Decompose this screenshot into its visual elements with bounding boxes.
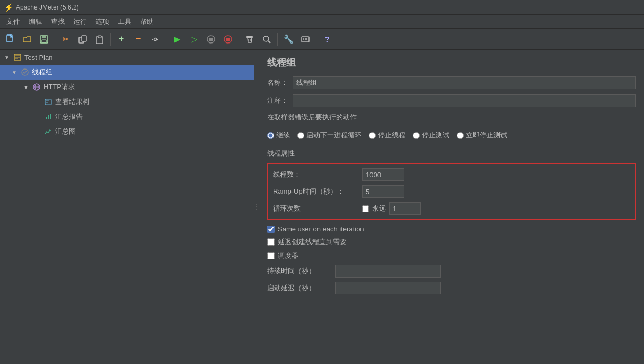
settings-button[interactable]	[147, 31, 163, 47]
add-button[interactable]: +	[113, 31, 129, 47]
same-user-row[interactable]: Same user on each iteration	[267, 225, 636, 233]
radio-stop-test-label[interactable]: 停止测试	[422, 131, 449, 140]
tree-item-summary-report[interactable]: ▷ 汇总报告	[0, 109, 254, 124]
svg-line-19	[268, 41, 270, 43]
http-request-label: HTTP请求	[43, 82, 75, 92]
clear-list-button[interactable]	[242, 31, 258, 47]
thread-group-label: 线程组	[32, 67, 52, 77]
svg-rect-12	[209, 38, 213, 41]
thread-count-input[interactable]	[362, 168, 404, 181]
save-button[interactable]	[36, 31, 52, 47]
tree-item-view-results[interactable]: ▷ 查看结果树	[0, 94, 254, 109]
thread-props-box: 线程数： Ramp-Up时间（秒）： 循环次数 永远	[267, 163, 636, 220]
open-button[interactable]	[19, 31, 35, 47]
error-action-label: 在取样器错误后要执行的动作	[267, 112, 636, 122]
menu-options[interactable]: 选项	[91, 16, 113, 28]
svg-rect-32	[45, 99, 51, 105]
menu-file[interactable]: 文件	[2, 16, 24, 28]
same-user-checkbox[interactable]	[267, 226, 275, 233]
radio-stop-test-now-label[interactable]: 立即停止测试	[466, 131, 507, 140]
forever-label[interactable]: 永远	[372, 204, 386, 213]
toolbar-separator-4	[239, 33, 239, 46]
copy-button[interactable]	[75, 31, 91, 47]
loop-row: 循环次数 永远	[273, 202, 630, 215]
search-remote-button[interactable]	[259, 31, 275, 47]
tree-item-test-plan[interactable]: ▼ Test Plan	[0, 50, 254, 65]
scheduler-checkbox[interactable]	[267, 252, 275, 259]
comment-label: 注释：	[267, 96, 288, 106]
help-button[interactable]: ?	[319, 31, 335, 47]
remove-button[interactable]: −	[130, 31, 146, 47]
scheduler-row[interactable]: 调度器	[267, 251, 636, 261]
expand-icon-test-plan: ▼	[4, 55, 12, 60]
menu-find[interactable]: 查找	[47, 16, 69, 28]
remote-button[interactable]	[297, 31, 313, 47]
http-request-icon	[32, 82, 41, 92]
error-action-group: 继续 启动下一进程循环 停止线程 停止测试 立即停止测试	[267, 127, 636, 143]
radio-stop-thread-label[interactable]: 停止线程	[378, 131, 405, 140]
rampup-input[interactable]	[362, 185, 404, 198]
forever-checkbox[interactable]	[362, 205, 369, 212]
same-user-label[interactable]: Same user on each iteration	[278, 225, 364, 233]
delay-thread-label[interactable]: 延迟创建线程直到需要	[278, 237, 347, 247]
duration-input[interactable]	[335, 265, 441, 278]
test-plan-icon	[13, 53, 22, 62]
svg-rect-35	[46, 117, 47, 119]
loop-label: 循环次数	[273, 204, 358, 213]
name-input[interactable]	[293, 76, 636, 89]
menu-help[interactable]: 帮助	[136, 16, 158, 28]
run-button[interactable]: ▶	[169, 31, 185, 47]
tree-item-summary-chart[interactable]: ▷ 汇总图	[0, 124, 254, 139]
toolbar-separator-1	[55, 33, 55, 46]
summary-report-icon	[43, 112, 53, 122]
summary-chart-label: 汇总图	[55, 127, 76, 136]
delay-thread-row[interactable]: 延迟创建线程直到需要	[267, 237, 636, 247]
tree-item-http-request[interactable]: ▼ HTTP请求	[0, 80, 254, 94]
test-plan-label: Test Plan	[24, 54, 52, 62]
toolbar-separator-3	[166, 33, 166, 46]
radio-start-next-loop[interactable]: 启动下一进程循环	[297, 131, 361, 140]
thread-props-label: 线程属性	[267, 149, 636, 158]
radio-start-next-loop-label[interactable]: 启动下一进程循环	[306, 131, 361, 140]
thread-count-label: 线程数：	[273, 170, 358, 179]
toolbar-separator-2	[110, 33, 111, 46]
toolbar-separator-5	[277, 33, 278, 46]
tree-item-thread-group[interactable]: ▼ 线程组	[0, 65, 254, 80]
new-button[interactable]	[2, 31, 18, 47]
toolbar: ✂ + − ▶ ▷ 🔧 ?	[0, 29, 644, 50]
radio-continue[interactable]: 继续	[267, 131, 290, 140]
run-all-button[interactable]: ▷	[186, 31, 202, 47]
browse-button[interactable]: 🔧	[280, 31, 296, 47]
cut-button[interactable]: ✂	[58, 31, 74, 47]
comment-row: 注释：	[267, 94, 636, 107]
thread-group-icon	[20, 67, 30, 77]
menu-bar: 文件 编辑 查找 运行 选项 工具 帮助	[0, 15, 644, 29]
name-label: 名称：	[267, 78, 288, 88]
radio-continue-label[interactable]: 继续	[276, 131, 290, 140]
stop-button[interactable]	[220, 31, 236, 47]
loop-count-input[interactable]	[389, 202, 421, 215]
radio-stop-thread[interactable]: 停止线程	[369, 131, 405, 140]
delay-thread-checkbox[interactable]	[267, 238, 275, 246]
duration-label: 持续时间（秒）	[267, 266, 331, 276]
radio-stop-test[interactable]: 停止测试	[413, 131, 449, 140]
scheduler-label[interactable]: 调度器	[278, 251, 298, 261]
svg-rect-37	[50, 114, 51, 119]
stop-remote-button[interactable]	[203, 31, 219, 47]
paste-button[interactable]	[92, 31, 108, 47]
radio-stop-test-now[interactable]: 立即停止测试	[457, 131, 507, 140]
startup-delay-input[interactable]	[335, 282, 441, 294]
panel-resize-handle[interactable]	[254, 50, 259, 364]
left-panel: ▼ Test Plan ▼ 线程组 ▼ HTTP请求 ▷	[0, 50, 254, 364]
menu-edit[interactable]: 编辑	[24, 16, 47, 28]
rampup-row: Ramp-Up时间（秒）：	[273, 185, 630, 198]
right-panel: 线程组 名称： 注释： 在取样器错误后要执行的动作 继续 启动下一进程循环 停止	[259, 50, 644, 364]
svg-rect-2	[42, 36, 46, 38]
svg-point-10	[154, 38, 157, 40]
forever-group: 永远	[362, 202, 421, 215]
comment-input[interactable]	[293, 94, 636, 107]
view-results-icon	[43, 97, 53, 107]
menu-run[interactable]: 运行	[69, 16, 91, 28]
menu-tools[interactable]: 工具	[113, 16, 136, 28]
thread-count-row: 线程数：	[273, 168, 630, 181]
